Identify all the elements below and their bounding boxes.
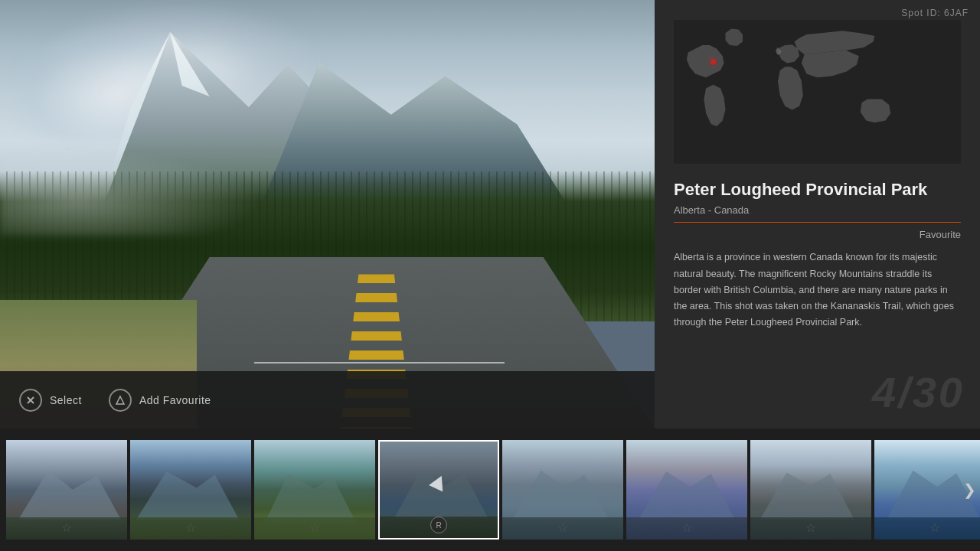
photo-scene (0, 0, 655, 429)
thumb-star-7[interactable]: ☆ (805, 520, 816, 535)
add-favourite-button[interactable]: Add Favourite (109, 389, 211, 412)
next-thumbnail-button[interactable]: ❯ (963, 481, 976, 499)
svg-marker-2 (116, 396, 124, 404)
thumbnail-7[interactable]: ☆ (750, 440, 871, 540)
thumb-star-2[interactable]: ☆ (185, 520, 196, 535)
thumbnail-3[interactable]: ☆ (254, 440, 375, 540)
thumb-cursor-arrow (429, 473, 449, 492)
thumbnails-strip: ☆ ☆ ☆ (0, 429, 980, 551)
mist (0, 150, 262, 236)
x-icon (19, 389, 42, 412)
thumb-mountain-shape-5 (502, 465, 623, 520)
thumb-mountain-shape-3 (254, 465, 375, 525)
main-area: Select Add Favourite Spot ID: 6JAF (0, 0, 980, 429)
thumb-mountain-shape-7 (750, 465, 871, 520)
select-button[interactable]: Select (19, 389, 82, 412)
thumb-mountain-shape-1 (6, 465, 127, 520)
thumb-star-1[interactable]: ☆ (61, 520, 72, 535)
thumb-ground-8 (874, 517, 980, 540)
triangle-icon (109, 389, 132, 412)
thumbnail-2[interactable]: ☆ (130, 440, 251, 540)
right-panel: Spot ID: 6JAF (655, 0, 980, 429)
app-container: Select Add Favourite Spot ID: 6JAF (0, 0, 980, 551)
world-map-svg (674, 15, 961, 168)
thumb-star-6[interactable]: ☆ (681, 520, 692, 535)
select-label: Select (50, 394, 82, 406)
favourite-button[interactable]: Favourite (674, 229, 961, 240)
thumb-r-badge[interactable]: R (430, 517, 447, 533)
controls-bar: Select Add Favourite (0, 371, 655, 429)
world-map-container (674, 15, 961, 168)
thumb-mountain-shape-6 (626, 465, 747, 520)
svg-point-4 (710, 59, 717, 65)
main-photo: Select Add Favourite (0, 0, 655, 429)
add-favourite-label: Add Favourite (139, 394, 211, 406)
thumbnail-6[interactable]: ☆ (626, 440, 747, 540)
location-description: Alberta is a province in western Canada … (674, 249, 961, 413)
thumb-mountain-shape-2 (130, 465, 251, 520)
thumbnail-5[interactable]: ☆ (502, 440, 623, 540)
thumbnail-4-active[interactable]: R (378, 440, 499, 540)
thumbnail-1[interactable]: ☆ (6, 440, 127, 540)
location-title: Peter Lougheed Provincial Park (674, 180, 961, 200)
location-subtitle: Alberta - Canada (674, 204, 961, 223)
thumb-star-8[interactable]: ☆ (929, 520, 940, 535)
thumb-star-5[interactable]: ☆ (557, 520, 568, 535)
thumb-star-3[interactable]: ☆ (309, 520, 320, 535)
